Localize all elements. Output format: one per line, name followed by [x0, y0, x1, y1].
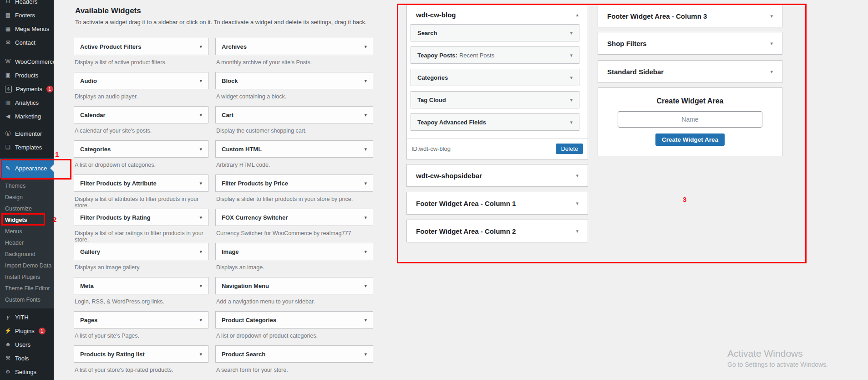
sidebar-item-customize[interactable]: Customize	[0, 203, 54, 215]
widget-area-panel-footer-column-2[interactable]: Footer Widget Area - Column 2 ▾	[406, 220, 588, 242]
create-widget-area-button[interactable]: Create Widget Area	[655, 134, 725, 146]
sidebar-item-design[interactable]: Design	[0, 192, 54, 203]
chevron-down-icon[interactable]: ▾	[199, 283, 202, 289]
widget-card-fox-currency-switcher[interactable]: FOX Currency Switcher▾	[215, 209, 373, 226]
chevron-down-icon[interactable]: ▾	[364, 146, 367, 152]
sidebar-item-themes[interactable]: Themes	[0, 180, 54, 192]
widget-description: A widget containing a block.	[215, 93, 373, 100]
chevron-down-icon[interactable]: ▾	[576, 200, 579, 206]
chevron-down-icon[interactable]: ▾	[570, 52, 573, 58]
widget-area-panel-wdt-cw-shopsidebar[interactable]: wdt-cw-shopsidebar ▾	[406, 164, 588, 187]
chevron-down-icon[interactable]: ▾	[364, 78, 367, 84]
sidebar-item-yith[interactable]: y YITH	[0, 310, 54, 324]
sidebar-item-footers[interactable]: ▤ Footers	[0, 8, 54, 22]
sidebar-item-products[interactable]: ▣ Products	[0, 68, 54, 82]
widget-area-panel-standard-sidebar[interactable]: Standard Sidebar ▾	[598, 60, 782, 83]
widget-card-product-search[interactable]: Product Search▾	[215, 345, 373, 363]
chevron-down-icon[interactable]: ▾	[364, 180, 367, 186]
widget-card-archives[interactable]: Archives▾	[215, 38, 373, 55]
chevron-down-icon[interactable]: ▾	[364, 112, 367, 118]
chevron-down-icon[interactable]: ▾	[364, 44, 367, 50]
chevron-down-icon[interactable]: ▾	[199, 180, 202, 186]
widget-card-pages[interactable]: Pages▾	[74, 311, 208, 329]
sidebar-item-background[interactable]: Background	[0, 249, 54, 260]
widget-card-cart[interactable]: Cart▾	[215, 106, 373, 123]
widget-area-panel-footer-column-1[interactable]: Footer Widget Area - Column 1 ▾	[406, 192, 588, 215]
chevron-down-icon[interactable]: ▾	[199, 249, 202, 255]
chevron-down-icon[interactable]: ▾	[364, 283, 367, 289]
widget-card-product-categories[interactable]: Product Categories▾	[215, 311, 373, 329]
sidebar-item-label: Elementor	[15, 130, 42, 137]
chevron-down-icon[interactable]: ▾	[364, 317, 367, 323]
sidebar-widget-search[interactable]: Search▾	[411, 24, 579, 41]
sidebar-item-custom-fonts[interactable]: Custom Fonts	[0, 294, 54, 306]
chevron-down-icon[interactable]: ▾	[199, 112, 202, 118]
sidebar-item-payments[interactable]: $ Payments 1	[0, 82, 54, 96]
chevron-down-icon[interactable]: ▾	[199, 44, 202, 50]
sidebar-item-tools[interactable]: ⚒ Tools	[0, 351, 54, 365]
widget-card-filter-products-by-rating[interactable]: Filter Products by Rating▾	[74, 209, 208, 226]
sidebar-item-headers[interactable]: H Headers	[0, 0, 54, 8]
chevron-up-icon[interactable]: ▴	[576, 12, 579, 18]
chevron-down-icon[interactable]: ▾	[570, 75, 573, 81]
sidebar-item-theme-file-editor[interactable]: Theme File Editor	[0, 283, 54, 294]
chevron-down-icon[interactable]: ▾	[770, 41, 773, 46]
widget-card-filter-products-by-price[interactable]: Filter Products by Price▾	[215, 175, 373, 192]
chevron-down-icon[interactable]: ▾	[199, 351, 202, 357]
sidebar-item-menus[interactable]: Menus	[0, 226, 54, 237]
sidebar-item-woocommerce[interactable]: W WooCommerce	[0, 55, 54, 68]
sidebar-item-plugins[interactable]: ⚡ Plugins 1	[0, 324, 54, 338]
sidebar-item-header[interactable]: Header	[0, 237, 54, 249]
widget-card-calendar[interactable]: Calendar▾	[74, 106, 208, 123]
chevron-down-icon[interactable]: ▾	[364, 215, 367, 221]
sidebar-item-marketing[interactable]: ◀ Marketing	[0, 109, 54, 123]
widget-area-name-input[interactable]	[618, 111, 762, 128]
chevron-down-icon[interactable]: ▾	[364, 351, 367, 357]
sidebar-item-elementor[interactable]: Ⓔ Elementor	[0, 127, 54, 140]
chevron-down-icon[interactable]: ▾	[199, 317, 202, 323]
chevron-down-icon[interactable]: ▾	[770, 13, 773, 19]
sidebar-widget-teapoy-advanced-fields[interactable]: Teapoy Advanced Fields▾	[411, 113, 579, 131]
sidebar-item-settings[interactable]: ⚙ Settings	[0, 365, 54, 379]
sidebar-item-label: Payments	[16, 86, 42, 92]
sidebar-item-install-plugins[interactable]: Install Plugins	[0, 272, 54, 283]
chevron-down-icon[interactable]: ▾	[576, 228, 579, 234]
sidebar-widget-tag-cloud[interactable]: Tag Cloud▾	[411, 91, 579, 108]
sidebar-widget-teapoy-posts[interactable]: Teapoy Posts:Recent Posts▾	[411, 46, 579, 64]
chevron-down-icon[interactable]: ▾	[199, 78, 202, 84]
widget-area-panel-shop-filters[interactable]: Shop Filters ▾	[598, 32, 782, 55]
chevron-down-icon[interactable]: ▾	[570, 119, 573, 125]
widget-card-categories[interactable]: Categories▾	[74, 140, 208, 158]
widget-card-custom-html[interactable]: Custom HTML▾	[215, 140, 373, 158]
chevron-down-icon[interactable]: ▾	[570, 97, 573, 103]
sidebar-item-users[interactable]: ☻ Users	[0, 338, 54, 351]
chevron-down-icon[interactable]: ▾	[770, 69, 773, 75]
delete-widget-area-button[interactable]: Delete	[556, 144, 583, 154]
widget-card-products-by-rating-list[interactable]: Products by Rating list▾	[74, 345, 208, 363]
sidebar-item-widgets[interactable]: Widgets	[0, 215, 54, 226]
sidebar-item-appearance[interactable]: ✎ Appearance	[0, 159, 54, 178]
widget-card-filter-products-by-attribute[interactable]: Filter Products by Attribute▾	[74, 175, 208, 192]
chevron-down-icon[interactable]: ▾	[199, 146, 202, 152]
sidebar-item-import-demo-data[interactable]: Import Demo Data	[0, 260, 54, 272]
widget-card-meta[interactable]: Meta▾	[74, 277, 208, 294]
sidebar-widget-categories[interactable]: Categories▾	[411, 69, 579, 86]
chevron-down-icon[interactable]: ▾	[576, 173, 579, 179]
sidebar-item-analytics[interactable]: ▥ Analytics	[0, 96, 54, 109]
widget-card-image[interactable]: Image▾	[215, 243, 373, 260]
sidebar-item-label: Templates	[15, 144, 42, 151]
widget-card-gallery[interactable]: Gallery▾	[74, 243, 208, 260]
contact-icon: ✉	[4, 39, 12, 46]
sidebar-item-templates[interactable]: ❏ Templates	[0, 140, 54, 154]
widget-card-audio[interactable]: Audio▾	[74, 72, 208, 89]
panel-header-wdt-cw-blog[interactable]: wdt-cw-blog ▴	[407, 5, 588, 24]
sidebar-item-mega-menus[interactable]: ▦ Mega Menus	[0, 22, 54, 36]
chevron-down-icon[interactable]: ▾	[570, 30, 573, 36]
widget-card-block[interactable]: Block▾	[215, 72, 373, 89]
widget-card-active-product-filters[interactable]: Active Product Filters▾	[74, 38, 208, 55]
sidebar-item-contact[interactable]: ✉ Contact	[0, 36, 54, 49]
chevron-down-icon[interactable]: ▾	[364, 249, 367, 255]
widget-card-navigation-menu[interactable]: Navigation Menu▾	[215, 277, 373, 294]
chevron-down-icon[interactable]: ▾	[199, 215, 202, 221]
widget-area-panel-footer-column-3[interactable]: Footer Widget Area - Column 3 ▾	[598, 5, 782, 27]
